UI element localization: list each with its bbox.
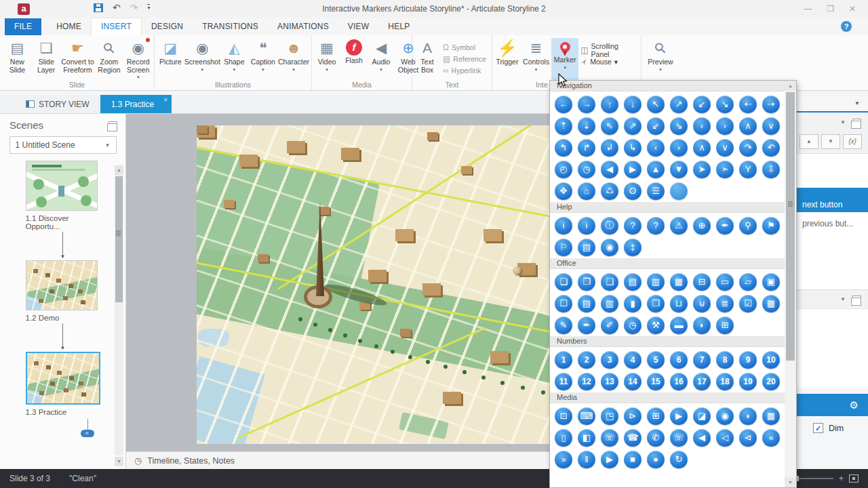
menu-tab-help[interactable]: HELP xyxy=(378,18,419,35)
marker-circle-chevron-up-icon[interactable]: ∧ xyxy=(693,139,711,157)
slide-thumbnail[interactable] xyxy=(26,260,98,310)
marker-dropdown-scrollbar[interactable]: ▲ ▼ xyxy=(785,81,796,487)
marker-pause-icon[interactable]: ‖ xyxy=(578,451,595,468)
marker-up-left-arrow-icon[interactable]: ↖ xyxy=(647,96,665,113)
flash-button[interactable]: f Flash xyxy=(340,38,368,80)
marker-number-6-icon[interactable]: 6 xyxy=(670,351,688,369)
marker-info-serif-icon[interactable]: i xyxy=(555,217,572,235)
marker-tag-icon[interactable]: ◗ xyxy=(693,317,711,334)
marker-clipboard-check-icon[interactable]: ☑ xyxy=(739,295,757,312)
new-slide-button[interactable]: ▤ New Slide xyxy=(3,38,32,80)
marker-map-icon[interactable]: ▤ xyxy=(578,239,595,256)
slide-thumbnail-item[interactable]: 1.3 Practice xyxy=(26,352,100,416)
marker-number-15-icon[interactable]: 15 xyxy=(647,373,665,390)
menu-tab-design[interactable]: DESIGN xyxy=(142,18,193,35)
marker-cursor-arrow-icon[interactable]: ➤ xyxy=(693,161,711,178)
picture-button[interactable]: ◪ Picture xyxy=(156,38,184,80)
marker-number-20-icon[interactable]: 20 xyxy=(762,373,780,390)
marker-pen-icon[interactable]: ✒ xyxy=(578,317,595,334)
marker-curve-right-arrow-icon[interactable]: ↷ xyxy=(739,139,757,157)
marker-laptop-icon[interactable]: ⌨ xyxy=(578,407,595,425)
help-icon[interactable]: ? xyxy=(841,21,852,32)
trigger-item-next-button[interactable]: next button xyxy=(797,188,868,212)
marker-file-cabinet-icon[interactable]: ▣ xyxy=(762,273,780,291)
marker-speaker-icon[interactable]: ◀ xyxy=(693,429,711,447)
text-box-button[interactable]: A Text Box xyxy=(414,38,441,80)
record-screen-button[interactable]: ◉ Record Screen ▾ xyxy=(123,38,153,80)
scroll-up-icon[interactable]: ▲ xyxy=(115,165,123,175)
scroll-up-icon[interactable]: ▲ xyxy=(785,81,796,91)
zoom-region-button[interactable]: ⚲ Zoom Region xyxy=(95,38,124,80)
character-button[interactable]: ☻ Character ▾ xyxy=(277,38,310,80)
dim-checkbox[interactable]: ✓ xyxy=(813,423,823,433)
marker-image-icon[interactable]: ◪ xyxy=(693,407,711,425)
collapse-panel-icon[interactable] xyxy=(852,119,861,126)
mouse-button[interactable]: ➢ Mouse ▾ xyxy=(578,56,639,66)
scrolling-panel-button[interactable]: ◫ Scrolling Panel xyxy=(578,45,639,55)
marker-down-right-arrow-icon[interactable]: ↘ xyxy=(716,96,734,113)
marker-trash-icon[interactable]: ♺ xyxy=(601,182,618,200)
marker-corner-up-left-arrow-icon[interactable]: ↰ xyxy=(555,139,572,157)
trigger-button[interactable]: ⚡ Trigger xyxy=(494,38,521,80)
marker-home-icon[interactable]: ⌂ xyxy=(578,182,595,200)
marker-books-icon[interactable]: ❒ xyxy=(647,295,665,312)
zoom-slider[interactable] xyxy=(795,478,833,479)
move-trigger-down-button[interactable]: ▼ xyxy=(821,134,840,149)
marker-play-icon[interactable]: ▶ xyxy=(601,451,618,468)
chevron-down-icon[interactable]: ▼ xyxy=(854,100,860,106)
layer-properties-button[interactable]: ⚙ xyxy=(797,394,868,416)
marker-replay-icon[interactable]: ↻ xyxy=(670,451,688,468)
marker-telephone-icon[interactable]: ☎ xyxy=(624,429,642,447)
marker-rewind-icon[interactable]: « xyxy=(762,429,780,447)
marker-speaker-loud-icon[interactable]: ◁ xyxy=(716,429,734,447)
marker-up-right-dotted-arrow-icon[interactable]: ⇗ xyxy=(624,117,642,135)
marker-chevron-left-icon[interactable]: ‹ xyxy=(693,117,711,135)
menu-tab-home[interactable]: HOME xyxy=(47,18,91,35)
marker-number-14-icon[interactable]: 14 xyxy=(624,373,642,390)
link-icon[interactable]: ∞ xyxy=(81,430,94,437)
marker-marker-pen-icon[interactable]: ✐ xyxy=(601,317,618,334)
shape-button[interactable]: ◭ Shape ▾ xyxy=(220,38,248,80)
marker-folder-icon[interactable]: ▱ xyxy=(739,273,757,291)
marker-library-icon[interactable]: ≣ xyxy=(716,295,734,312)
minimize-icon[interactable]: — xyxy=(804,4,812,14)
marker-chevron-down-icon[interactable]: ∨ xyxy=(762,117,780,135)
marker-stopwatch-icon[interactable]: ◷ xyxy=(624,317,642,334)
marker-spiral-notebook-icon[interactable]: ▥ xyxy=(601,295,618,312)
marker-open-book-icon[interactable]: ⊔ xyxy=(670,295,688,312)
marker-info-circle-icon[interactable]: ⓘ xyxy=(601,217,618,235)
marker-expand-arrows-icon[interactable]: ✥ xyxy=(555,182,572,200)
marker-number-5-icon[interactable]: 5 xyxy=(647,351,665,369)
marker-megaphone-icon[interactable]: ⊲ xyxy=(739,429,757,447)
caption-button[interactable]: ❝ Caption ▾ xyxy=(249,38,277,80)
menu-tab-transitions[interactable]: TRANSITIONS xyxy=(193,18,268,35)
marker-fast-forward-icon[interactable]: » xyxy=(555,451,572,468)
marker-right-arrow-icon[interactable]: → xyxy=(578,96,595,113)
menu-tab-view[interactable]: VIEW xyxy=(338,18,378,35)
marker-curve-up-arrow-icon[interactable]: ↶ xyxy=(762,139,780,157)
menu-tab-animations[interactable]: ANIMATIONS xyxy=(268,18,338,35)
screenshot-button[interactable]: ◉ Screenshot ▾ xyxy=(184,38,220,80)
collapse-panel-icon[interactable] xyxy=(108,121,117,129)
marker-down-left-arrow-icon[interactable]: ↙ xyxy=(693,96,711,113)
marker-document-icon[interactable]: ❑ xyxy=(601,273,618,291)
marker-target-icon[interactable]: ⊕ xyxy=(693,217,711,235)
marker-chevron-up-icon[interactable]: ∧ xyxy=(739,117,757,135)
collapse-panel-icon[interactable] xyxy=(852,296,861,303)
marker-inbox-tray-icon[interactable]: ⊟ xyxy=(693,273,711,291)
slide-thumbnail[interactable] xyxy=(26,352,100,405)
marker-number-10-icon[interactable]: 10 xyxy=(762,351,780,369)
trigger-item-previous-button[interactable]: previous but... xyxy=(797,219,868,228)
tab-slide-1-3-practice[interactable]: 1.3 Practice × xyxy=(100,95,172,113)
marker-number-7-icon[interactable]: 7 xyxy=(693,351,711,369)
marker-down-lined-arrow-icon[interactable]: ⇣ xyxy=(578,117,595,135)
marker-up-left-dotted-arrow-icon[interactable]: ⇖ xyxy=(601,117,618,135)
marker-number-12-icon[interactable]: 12 xyxy=(578,373,595,390)
reference-button[interactable]: ▤ Reference xyxy=(441,54,488,64)
marker-circle-chevron-down-icon[interactable]: ∨ xyxy=(716,139,734,157)
video-button[interactable]: ▦ Video ▾ xyxy=(313,38,340,80)
marker-monitor-icon[interactable]: ⊡ xyxy=(555,407,572,425)
marker-note-icon[interactable]: ▤ xyxy=(624,273,642,291)
marker-up-arrow-icon[interactable]: ↑ xyxy=(601,96,618,113)
symbol-button[interactable]: Ω Symbol xyxy=(441,42,488,52)
